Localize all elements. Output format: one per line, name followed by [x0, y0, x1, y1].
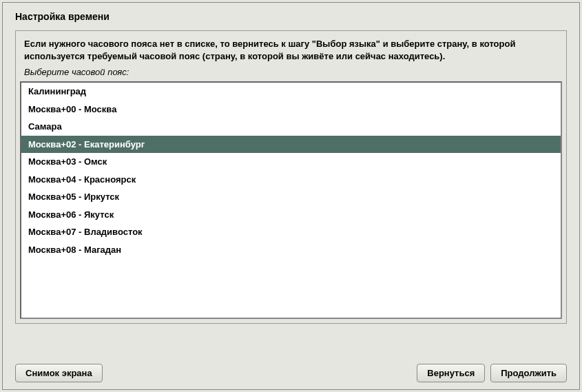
list-item[interactable]: Москва+03 - Омск	[21, 153, 561, 171]
help-text: Если нужного часового пояса нет в списке…	[16, 31, 566, 65]
prompt-text: Выберите часовой пояс:	[16, 65, 566, 81]
list-item[interactable]: Москва+06 - Якутск	[21, 206, 561, 224]
list-item[interactable]: Москва+02 - Екатеринбург	[21, 136, 561, 154]
continue-button[interactable]: Продолжить	[490, 364, 567, 382]
dialog-title: Настройка времени	[3, 3, 579, 26]
list-item[interactable]: Калининград	[21, 83, 561, 101]
list-item[interactable]: Москва+04 - Красноярск	[21, 171, 561, 189]
content-frame: Если нужного часового пояса нет в списке…	[15, 30, 567, 324]
screenshot-button[interactable]: Снимок экрана	[15, 364, 103, 382]
timezone-list[interactable]: КалининградМосква+00 - МоскваСамараМоскв…	[20, 81, 562, 319]
button-group-right: Вернуться Продолжить	[417, 364, 567, 382]
list-item[interactable]: Москва+07 - Владивосток	[21, 223, 561, 241]
list-item[interactable]: Москва+00 - Москва	[21, 101, 561, 118]
button-group-left: Снимок экрана	[15, 364, 103, 382]
list-item[interactable]: Москва+05 - Иркутск	[21, 188, 561, 206]
back-button[interactable]: Вернуться	[417, 364, 485, 382]
list-item[interactable]: Москва+08 - Магадан	[21, 241, 561, 259]
list-item[interactable]: Самара	[21, 118, 561, 136]
dialog-frame: Настройка времени Если нужного часового …	[2, 2, 580, 390]
button-bar: Снимок экрана Вернуться Продолжить	[15, 364, 567, 382]
